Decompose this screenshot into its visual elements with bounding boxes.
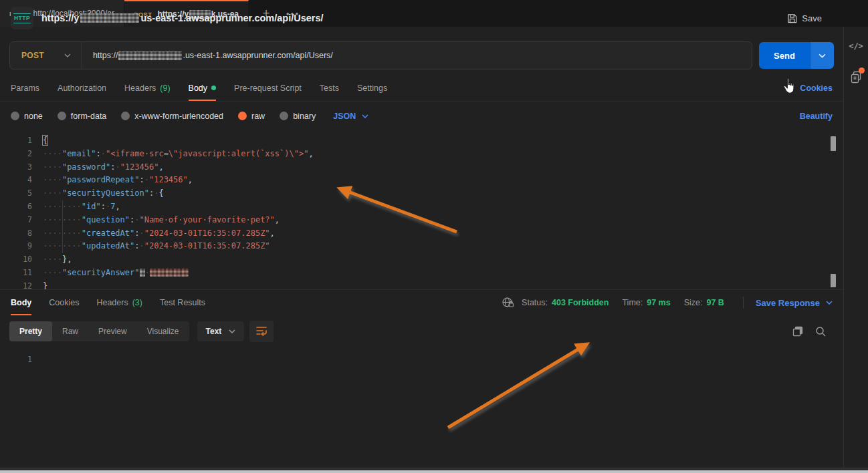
divider <box>743 297 744 309</box>
view-preview[interactable]: Preview <box>88 321 137 341</box>
copy-icon[interactable] <box>792 326 803 337</box>
http-request-icon: HTTP <box>11 7 33 29</box>
code-token: ···· <box>43 188 62 198</box>
code-line: 10····}, <box>0 253 843 267</box>
request-tab-tests[interactable]: Tests <box>320 75 339 101</box>
response-body[interactable]: 1 <box>0 347 843 441</box>
code-token: "passwordRepeat" <box>62 175 140 184</box>
tab-label: Params <box>11 84 39 93</box>
body-type-option-x-www-form-urlencoded[interactable]: x-www-form-urlencoded <box>121 112 223 121</box>
save-icon <box>787 13 797 23</box>
response-toolbar: PrettyRawPreviewVisualize Text <box>0 315 843 347</box>
view-pretty[interactable]: Pretty <box>9 321 52 341</box>
line-number: 6 <box>0 200 32 214</box>
tab-label: Tests <box>320 84 339 93</box>
save-button[interactable]: Save <box>787 13 822 23</box>
request-body-editor[interactable]: 1{2····"email":·"<iframe·src=\"javascrip… <box>0 130 843 290</box>
code-token: "updatedAt" <box>82 241 134 251</box>
chevron-down-icon <box>362 114 368 118</box>
tab-label: Settings <box>357 84 387 93</box>
request-tab-settings[interactable]: Settings <box>357 75 387 101</box>
editor-scrollbar-thumb[interactable] <box>831 136 836 151</box>
request-tab-body[interactable]: Body <box>189 75 217 101</box>
code-token: ···· <box>43 255 62 264</box>
code-token: , <box>188 175 193 184</box>
code-content: ····"password":·"123456", <box>43 161 164 174</box>
code-token: "Name·of·your·favorite·pet?" <box>140 215 275 224</box>
line-number: 8 <box>0 227 32 241</box>
code-content: { <box>43 134 47 148</box>
response-tab-body[interactable]: Body <box>11 290 31 315</box>
radio-button <box>121 112 130 120</box>
size-value: 97 B <box>706 298 724 307</box>
response-tab-headers[interactable]: Headers(3) <box>96 290 142 315</box>
response-format-select[interactable]: Text <box>197 321 245 341</box>
send-button[interactable]: Send <box>759 42 810 69</box>
radio-button <box>280 112 288 120</box>
line-number: 2 <box>0 148 32 161</box>
radio-button <box>238 112 247 120</box>
code-token: , <box>308 149 313 158</box>
documentation-icon[interactable] <box>850 71 862 86</box>
redacted-value <box>140 269 145 277</box>
tab-label: Authorization <box>58 84 106 93</box>
request-tab-headers[interactable]: Headers(9) <box>124 75 171 101</box>
body-type-option-binary[interactable]: binary <box>280 112 316 121</box>
code-line: 11····"securityAnswer"· <box>0 267 843 280</box>
code-line: 4····"passwordRepeat":·"123456", <box>0 174 843 187</box>
radio-label: none <box>24 112 43 121</box>
beautify-link[interactable]: Beautify <box>800 112 833 121</box>
code-token: : <box>101 202 106 211</box>
response-tab-cookies[interactable]: Cookies <box>49 290 79 315</box>
body-format-select[interactable]: JSON <box>333 112 368 121</box>
body-type-row: JSON Beautify noneform-datax-www-form-ur… <box>0 102 843 130</box>
url-row: POST https://.us-east-1.awsapprunner.com… <box>0 36 843 75</box>
body-type-option-raw[interactable]: raw <box>238 112 265 121</box>
save-response-button[interactable]: Save Response <box>756 298 833 308</box>
code-token: "123456" <box>120 162 159 172</box>
notification-dot <box>859 67 865 73</box>
globe-lock-icon <box>502 297 515 309</box>
response-tab-test-results[interactable]: Test Results <box>160 290 205 315</box>
line-number: 7 <box>0 214 32 227</box>
code-content: ········"question":·"Name·of·your·favori… <box>43 214 280 227</box>
search-icon[interactable] <box>815 326 826 337</box>
code-token: · <box>115 162 120 172</box>
tab-label: Headers <box>96 298 128 307</box>
code-token: , <box>158 162 163 172</box>
request-title: https://yus-east-1.awsapprunner.com/api/… <box>41 13 324 23</box>
window-bottom-strip <box>0 468 868 473</box>
view-visualize[interactable]: Visualize <box>137 321 189 341</box>
code-snippet-icon[interactable]: </> <box>849 41 863 51</box>
wrap-lines-button[interactable] <box>249 321 274 342</box>
radio-label: raw <box>251 112 265 121</box>
radio-label: x-www-form-urlencoded <box>134 112 223 121</box>
cookies-link[interactable]: Cookies <box>800 84 833 93</box>
request-tab-pre-request-script[interactable]: Pre-request Script <box>234 75 302 101</box>
right-sidebar: </> <box>843 27 868 468</box>
code-line: 7········"question":·"Name·of·your·favor… <box>0 214 843 227</box>
code-line: 1{ <box>0 134 843 148</box>
wrap-lines-icon <box>255 325 267 336</box>
code-line: 3····"password":·"123456", <box>0 161 843 174</box>
editor-scrollbar-thumb-bottom[interactable] <box>831 274 836 287</box>
code-token: "<iframe·src=\"javascript:alert(`xss`)\"… <box>106 149 308 158</box>
chevron-down-icon <box>819 53 826 58</box>
method-select[interactable]: POST <box>10 42 82 69</box>
code-line: 8········"createdAt":·"2024-03-01T16:35:… <box>0 227 843 241</box>
code-token: · <box>101 149 106 158</box>
line-number: 5 <box>0 187 32 200</box>
url-input[interactable]: POST https://.us-east-1.awsapprunner.com… <box>9 41 752 69</box>
tab-label: Body <box>11 298 31 307</box>
chevron-down-icon <box>826 301 833 305</box>
send-options-button[interactable] <box>810 42 834 69</box>
code-token: · <box>140 228 144 238</box>
request-tab-authorization[interactable]: Authorization <box>58 75 106 101</box>
body-type-option-form-data[interactable]: form-data <box>58 112 107 121</box>
request-tab-params[interactable]: Params <box>11 75 39 101</box>
indent-guide <box>62 200 63 253</box>
redacted-url-segment <box>118 51 182 60</box>
postman-window: POST http://localhost:3000/ap POST https… <box>0 0 868 473</box>
view-raw[interactable]: Raw <box>52 321 88 341</box>
body-type-option-none[interactable]: none <box>11 112 43 121</box>
